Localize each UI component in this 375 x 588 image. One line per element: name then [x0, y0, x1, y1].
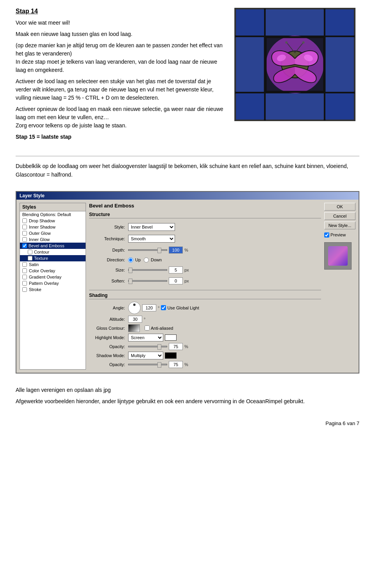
shadow-opacity-slider[interactable]	[128, 364, 167, 365]
outer-glow-checkbox[interactable]	[22, 231, 27, 236]
shadow-mode-select[interactable]: Multiply Screen Normal	[128, 352, 163, 359]
size-label: Size:	[89, 268, 128, 272]
direction-down-label[interactable]: Down	[144, 257, 162, 263]
satin-checkbox[interactable]	[22, 262, 27, 267]
inner-glow-checkbox[interactable]	[22, 237, 27, 242]
direction-down-radio[interactable]	[144, 257, 149, 263]
texture-checkbox[interactable]	[28, 256, 32, 261]
anti-aliased-label[interactable]: Anti-aliased	[145, 325, 173, 331]
technique-label: Technique:	[89, 236, 128, 241]
preview-text: Preview	[330, 232, 346, 237]
pattern-overlay-checkbox[interactable]	[22, 281, 27, 286]
pattern-overlay-label: Pattern Overlay	[29, 281, 59, 286]
anti-aliased-text: Anti-aliased	[151, 326, 173, 331]
blending-options-label: Blending Options: Default	[22, 212, 71, 217]
svg-rect-9	[266, 9, 324, 36]
cancel-button[interactable]: Cancel	[324, 212, 355, 220]
angle-dial[interactable]	[128, 302, 141, 314]
soften-slider[interactable]	[128, 280, 167, 282]
style-bevel-emboss[interactable]: Bevel and Emboss	[20, 243, 86, 249]
drop-shadow-checkbox[interactable]	[22, 218, 27, 223]
step15-intro: Dubbelklik op de loodlaag om weer het di…	[16, 162, 359, 179]
shadow-opacity-value[interactable]	[169, 361, 183, 368]
inner-shadow-checkbox[interactable]	[22, 225, 27, 229]
highlight-opacity-row: Opacity: %	[89, 343, 321, 350]
angle-value[interactable]	[142, 304, 156, 311]
highlight-opacity-slider[interactable]	[128, 346, 167, 347]
direction-up-radio[interactable]	[128, 257, 133, 263]
technique-select[interactable]: Smooth Chisel Hard Chisel Soft	[128, 235, 175, 243]
highlight-opacity-value[interactable]	[169, 343, 183, 350]
bevel-emboss-checkbox[interactable]	[22, 243, 27, 248]
style-stroke[interactable]: Stroke	[20, 286, 86, 293]
altitude-control: °	[128, 316, 321, 323]
paragraph-3: (op deze manier kan je altijd terug om d…	[16, 41, 227, 74]
paragraph-2: Maak een nieuwe laag tussen glas en lood…	[16, 30, 227, 38]
styles-panel: Styles Blending Options: Default Drop Sh…	[20, 203, 86, 370]
depth-slider[interactable]	[128, 249, 167, 251]
highlight-mode-control: Screen Multiply Normal	[128, 334, 321, 341]
drop-shadow-label: Drop Shadow	[29, 218, 55, 223]
new-style-button[interactable]: New Style...	[324, 222, 355, 229]
style-drop-shadow[interactable]: Drop Shadow	[20, 218, 86, 224]
style-select[interactable]: Inner Bevel Outer Bevel Emboss	[128, 223, 175, 231]
depth-label: Depth:	[89, 248, 128, 252]
highlight-opacity-control: %	[128, 343, 321, 350]
style-blending-options[interactable]: Blending Options: Default	[20, 211, 86, 218]
color-overlay-checkbox[interactable]	[22, 268, 27, 273]
layer-style-dialog: Layer Style Styles Blending Options: Def…	[16, 191, 359, 374]
soften-value[interactable]	[169, 277, 183, 284]
gloss-contour-preview[interactable]	[128, 324, 140, 332]
highlight-mode-select[interactable]: Screen Multiply Normal	[128, 334, 163, 341]
contour-checkbox[interactable]	[28, 250, 32, 254]
gradient-overlay-checkbox[interactable]	[22, 275, 27, 279]
size-value[interactable]	[169, 266, 183, 273]
global-light-label[interactable]: Use Global Light	[161, 305, 199, 310]
soften-row: Soften: px	[89, 277, 321, 284]
style-texture[interactable]: Texture	[20, 255, 86, 261]
preview-label[interactable]: Preview	[324, 232, 355, 238]
shadow-opacity-row: Opacity: %	[89, 361, 321, 368]
style-satin[interactable]: Satin	[20, 261, 86, 268]
preview-checkbox[interactable]	[324, 232, 329, 238]
style-contour[interactable]: Contour	[20, 249, 86, 255]
anti-aliased-checkbox[interactable]	[145, 325, 150, 331]
soften-control: px	[128, 277, 321, 284]
shadow-mode-control: Multiply Screen Normal	[128, 352, 321, 359]
buttons-panel: OK Cancel New Style... Preview	[324, 203, 355, 370]
style-pattern-overlay[interactable]: Pattern Overlay	[20, 280, 86, 286]
preview-content	[328, 246, 348, 266]
bottom-paragraph-1: Alle lagen verenigen en opslaan als jpg	[16, 386, 359, 394]
svg-rect-8	[236, 9, 264, 36]
highlight-mode-row: Highlight Mode: Screen Multiply Normal	[89, 334, 321, 341]
step-title: Stap 14	[16, 8, 227, 15]
size-slider[interactable]	[128, 269, 167, 271]
svg-rect-13	[325, 93, 354, 120]
bottom-paragraph-2: Afgewerkte voorbeelden hieronder, ander …	[16, 397, 359, 406]
bottom-text: Alle lagen verenigen en opslaan als jpg …	[16, 386, 359, 409]
preview-box	[324, 242, 352, 270]
altitude-value[interactable]	[128, 316, 142, 323]
direction-label: Direction:	[89, 257, 128, 262]
style-outer-glow[interactable]: Outer Glow	[20, 230, 86, 236]
text-column: Stap 14 Voor wie wat meer wil! Maak een …	[16, 8, 227, 144]
ok-button[interactable]: OK	[324, 203, 355, 211]
style-inner-glow[interactable]: Inner Glow	[20, 236, 86, 243]
paragraph-5: Activeer opnieuw de lood laag en maak ee…	[16, 105, 227, 130]
technique-control: Smooth Chisel Hard Chisel Soft	[128, 235, 321, 243]
top-section: Stap 14 Voor wie wat meer wil! Maak een …	[16, 8, 359, 144]
stroke-checkbox[interactable]	[22, 287, 27, 292]
divider	[16, 156, 359, 156]
style-inner-shadow[interactable]: Inner Shadow	[20, 224, 86, 230]
angle-control: ° Use Global Light	[128, 302, 321, 314]
dialog-body: Styles Blending Options: Default Drop Sh…	[16, 200, 359, 373]
depth-value[interactable]	[169, 247, 183, 254]
size-unit: px	[184, 268, 189, 272]
svg-rect-11	[236, 93, 264, 120]
style-color-overlay[interactable]: Color Overlay	[20, 268, 86, 274]
direction-up-label[interactable]: Up	[128, 257, 141, 263]
highlight-color-swatch[interactable]	[165, 334, 177, 341]
global-light-checkbox[interactable]	[161, 305, 166, 310]
shadow-color-swatch[interactable]	[165, 352, 177, 359]
style-gradient-overlay[interactable]: Gradient Overlay	[20, 274, 86, 280]
